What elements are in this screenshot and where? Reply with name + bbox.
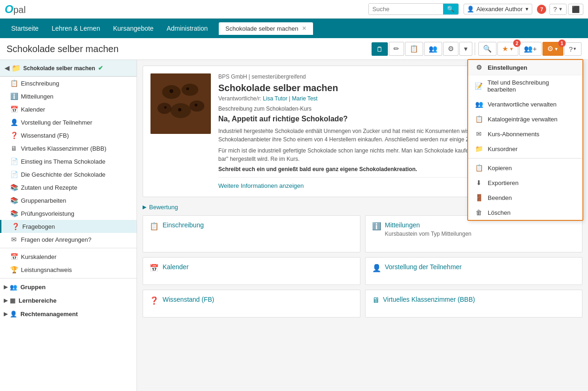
nav-startseite[interactable]: Startseite bbox=[5, 19, 45, 38]
tab-close-icon[interactable]: ✕ bbox=[302, 25, 307, 32]
sidebar-item-einstieg[interactable]: 📄 Einstieg ins Thema Schokolade bbox=[0, 155, 137, 168]
sidebar-collapse-icon[interactable]: ◀ bbox=[5, 65, 9, 72]
dropdown-catalog[interactable]: 📋 Katalogeinträge verwalten bbox=[468, 112, 582, 126]
subscriptions-icon: ✉ bbox=[475, 130, 483, 138]
dropdown-edit-title[interactable]: 📝 Titel und Beschreibung bearbeiten bbox=[468, 75, 582, 97]
gear-settings-button[interactable]: ⚙ ▼ 1 bbox=[542, 42, 563, 56]
dropdown-copy[interactable]: 📋 Kopieren bbox=[468, 160, 582, 175]
module-card-mitteilungen[interactable]: ℹ️ Mitteilungen Kursbaustein vom Typ Mit… bbox=[365, 215, 583, 252]
page-title: Schokolade selber machen bbox=[7, 44, 371, 54]
gruppen-icon: 👥 bbox=[10, 284, 17, 291]
course-image-placeholder bbox=[150, 73, 211, 134]
tutor2-link[interactable]: Marie Test bbox=[292, 95, 318, 102]
tutor1-link[interactable]: Lisa Tutor bbox=[263, 95, 287, 102]
delete-icon: 🗑 bbox=[475, 209, 483, 216]
kurskalender-icon: 📅 bbox=[10, 253, 18, 260]
search-course-button[interactable]: 🔍 bbox=[478, 42, 497, 56]
dropdown-manage-responsible[interactable]: 👥 Verantwortliche verwalten bbox=[468, 97, 582, 112]
sidebar-separator-2 bbox=[0, 278, 137, 278]
module-icon-einschreibung: 📋 bbox=[150, 222, 159, 231]
participants-button[interactable]: 👥 bbox=[424, 42, 442, 56]
bookmark-button[interactable]: ★ 2 ▼ bbox=[497, 42, 518, 56]
catalog-icon: 📋 bbox=[475, 115, 483, 123]
sidebar-item-einschreibung[interactable]: 📋 Einschreibung bbox=[0, 77, 137, 90]
module-icon-kalender: 📅 bbox=[150, 264, 159, 272]
svg-point-2 bbox=[182, 84, 198, 96]
wissenstand-icon: ❓ bbox=[10, 132, 18, 139]
user-name: Alexander Author bbox=[477, 6, 523, 13]
dropdown-end[interactable]: 🚪 Beenden bbox=[468, 190, 582, 205]
search-area[interactable]: 🔍 bbox=[368, 3, 459, 15]
more-button[interactable]: ▾ bbox=[459, 42, 472, 56]
edit-button[interactable]: ✏ bbox=[389, 42, 404, 56]
lernbereiche-arrow-icon: ▶ bbox=[4, 298, 7, 304]
dropdown-subscriptions[interactable]: ✉ Kurs-Abonnements bbox=[468, 126, 582, 141]
sidebar-item-wissenstand[interactable]: ❓ Wissenstand (FB) bbox=[0, 129, 137, 142]
nav-kursangebote[interactable]: Kursangebote bbox=[106, 19, 160, 38]
sidebar-item-fragebogen[interactable]: ❓ Fragebogen bbox=[0, 220, 137, 233]
module-card-einschreibung[interactable]: 📋 Einschreibung bbox=[143, 215, 360, 252]
search-input[interactable] bbox=[369, 4, 443, 14]
sidebar-item-pruefung[interactable]: 📚 Prüfungsvorleistung bbox=[0, 207, 137, 220]
einschreibung-icon: 📋 bbox=[10, 80, 18, 87]
sidebar-course-header: ◀ 📁 Schokolade selber machen ✔ bbox=[0, 60, 137, 77]
sidebar-item-vkb[interactable]: 🖥 Virtuelles Klassenzimmer (BBB) bbox=[0, 142, 137, 155]
sidebar-item-gruppenarbeiten[interactable]: 📚 Gruppenarbeiten bbox=[0, 194, 137, 207]
module-content-kalender: Kalender bbox=[163, 263, 189, 271]
sidebar: ◀ 📁 Schokolade selber machen ✔ 📋 Einschr… bbox=[0, 60, 137, 391]
module-icon-vorstellung: 👤 bbox=[372, 264, 381, 272]
sidebar-item-kurskalender[interactable]: 📅 Kurskalender bbox=[0, 250, 137, 263]
dropdown-header[interactable]: ⚙ Einstellungen bbox=[468, 60, 582, 75]
module-content-vorstellung: Vorstellung der Teilnehmer bbox=[385, 263, 462, 271]
gear-caret-icon: ▼ bbox=[554, 46, 559, 52]
search-button[interactable]: 🔍 bbox=[443, 4, 458, 14]
sidebar-item-fragen[interactable]: ✉ Fragen oder Anregungen? bbox=[0, 233, 137, 246]
copy-icon: 📋 bbox=[475, 164, 483, 172]
sidebar-section-rechte[interactable]: ▶ 👤 Rechtemanagement bbox=[0, 307, 137, 321]
module-card-vorstellung[interactable]: 👤 Vorstellung der Teilnehmer bbox=[365, 257, 583, 285]
module-card-wissenstand[interactable]: ❓ Wissenstand (FB) bbox=[143, 290, 360, 318]
module-icon-mitteilungen: ℹ️ bbox=[372, 222, 381, 231]
edit-title-icon: 📝 bbox=[475, 82, 483, 90]
module-card-vkb[interactable]: 🖥 Virtuelles Klassenzimmer (BBB) bbox=[365, 290, 583, 318]
user-menu[interactable]: 👤 Alexander Author ▼ bbox=[464, 4, 533, 14]
vkb-icon: 🖥 bbox=[10, 145, 18, 152]
export-icon: ⬇ bbox=[475, 179, 483, 186]
svg-point-9 bbox=[164, 106, 167, 109]
navbar: Startseite Lehren & Lernen Kursangebote … bbox=[0, 19, 588, 38]
sidebar-section-lernbereiche[interactable]: ▶ ▦ Lernbereiche bbox=[0, 294, 137, 307]
fragebogen-icon: ❓ bbox=[12, 223, 19, 230]
settings-btn-small[interactable]: ⚙ bbox=[443, 42, 458, 56]
module-card-kalender[interactable]: 📅 Kalender bbox=[143, 257, 360, 285]
sidebar-item-geschichte[interactable]: 📄 Die Geschichte der Schokolade bbox=[0, 168, 137, 181]
dropdown-delete[interactable]: 🗑 Löschen bbox=[468, 205, 582, 220]
dropdown-course-folder[interactable]: 📁 Kursordner bbox=[468, 141, 582, 156]
svg-point-7 bbox=[186, 87, 189, 90]
geschichte-icon: 📄 bbox=[10, 171, 18, 178]
page-header: Schokolade selber machen 🗒 ✏ 📋 👥 ⚙ ▾ 🔍 ★… bbox=[0, 38, 588, 60]
nav-lehren-lernen[interactable]: Lehren & Lernen bbox=[45, 19, 106, 38]
help-button[interactable]: ?▼ bbox=[549, 4, 567, 15]
add-participants-button[interactable]: 👥+ bbox=[519, 42, 542, 56]
notification-badge[interactable]: 7 bbox=[537, 5, 546, 14]
sidebar-item-zutaten[interactable]: 📚 Zutaten und Rezepte bbox=[0, 181, 137, 194]
sidebar-section-gruppen[interactable]: ▶ 👥 Gruppen bbox=[0, 280, 137, 294]
members-button[interactable]: 📋 bbox=[405, 42, 423, 56]
leistung-icon: 🏆 bbox=[10, 266, 18, 273]
nav-tab-course[interactable]: Schokolade selber machen ✕ bbox=[219, 22, 313, 35]
svg-point-10 bbox=[195, 104, 197, 106]
module-content-wissenstand: Wissenstand (FB) bbox=[163, 296, 214, 303]
sidebar-item-leistung[interactable]: 🏆 Leistungsnachweis bbox=[0, 263, 137, 276]
gruppenarbeiten-icon: 📚 bbox=[10, 197, 18, 204]
view-content-button[interactable]: 🗒 bbox=[372, 42, 388, 56]
sidebar-item-kalender[interactable]: 📅 Kalender bbox=[0, 103, 137, 116]
dropdown-export[interactable]: ⬇ Exportieren bbox=[468, 175, 582, 190]
help-header-button[interactable]: ?▼ bbox=[564, 42, 581, 56]
pruefung-icon: 📚 bbox=[10, 210, 18, 217]
nav-administration[interactable]: Administration bbox=[160, 19, 215, 38]
course-image bbox=[150, 73, 211, 134]
account-button[interactable]: ⬛ bbox=[568, 4, 583, 15]
sidebar-item-vorstellung[interactable]: 👤 Vorstellung der Teilnehmer bbox=[0, 116, 137, 129]
sidebar-item-mitteilungen[interactable]: ℹ️ Mitteilungen bbox=[0, 90, 137, 103]
logo[interactable]: Opal bbox=[5, 3, 26, 16]
